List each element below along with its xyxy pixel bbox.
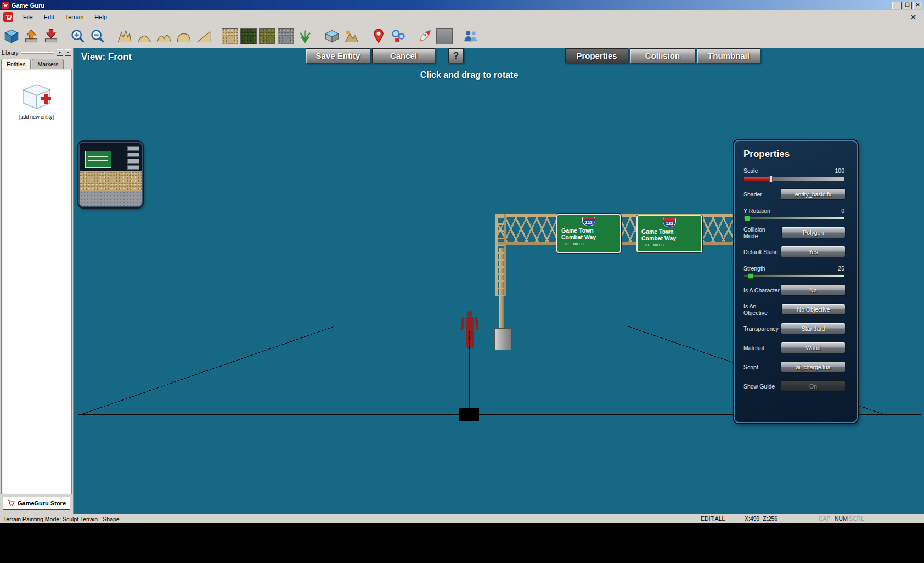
toolbar-marker-button[interactable]	[370, 27, 387, 45]
strength-label: Strength	[743, 265, 765, 272]
toolbar-terrain-dome-button[interactable]	[175, 27, 193, 45]
property-row-show-guide: Show Guide On	[735, 380, 857, 392]
terrain-dome-icon	[176, 29, 191, 44]
toolbar-zoom-in-button[interactable]	[69, 27, 87, 45]
scale-reference-figure	[460, 310, 480, 350]
thumbnail-gravel-texture	[80, 171, 142, 191]
app-logo-icon	[2, 2, 9, 9]
zoom-in-icon	[70, 29, 86, 44]
sign-line: Combat Way	[638, 235, 701, 241]
script-button[interactable]: ai_charge.lua	[781, 361, 846, 373]
toolbar-terrain-ramp-button[interactable]	[195, 27, 212, 45]
property-row-default-static: Default Static Yes	[735, 246, 857, 257]
library-panel: Library ▾ × Entities Markers	[0, 48, 74, 514]
shader-button[interactable]: entity_basic.fx	[781, 188, 846, 200]
toolbar-terrain-hill-button[interactable]	[136, 27, 153, 45]
entity-thumbnail-preview[interactable]	[78, 142, 143, 207]
library-shade-button[interactable]: ▾	[57, 49, 63, 56]
terrain-raise-icon	[117, 29, 132, 44]
property-row-transparency: Transparency Standard	[735, 323, 857, 334]
terrain-hill-icon	[137, 29, 152, 44]
thumbnail-sign	[85, 151, 111, 168]
show-guide-button[interactable]: On	[781, 380, 846, 392]
load-arrow-icon	[24, 29, 39, 44]
default-static-button[interactable]: Yes	[781, 246, 846, 257]
toolbar-water-button[interactable]	[323, 27, 341, 45]
entity-editor-viewport[interactable]: View: Front Click and drag to rotate Sav…	[74, 48, 924, 514]
minimize-button[interactable]: _	[892, 2, 902, 9]
transparency-button[interactable]: Standard	[781, 323, 846, 334]
property-row-script: Script ai_charge.lua	[735, 361, 857, 373]
status-scroll-indicator: SCRL	[849, 515, 864, 522]
toolbar-texture-grass-button[interactable]	[259, 28, 275, 44]
property-row-collision-mode: Collision Mode Polygon	[735, 227, 857, 238]
toolbar-vegetation-button[interactable]	[296, 27, 314, 45]
toolbar-empty-slot-button[interactable]	[436, 28, 453, 44]
rocket-icon	[418, 29, 433, 44]
close-button[interactable]: ✕	[913, 2, 922, 9]
property-row-is-an-objective: Is An Objective No Objective	[735, 303, 857, 315]
entity-orbs-icon	[391, 29, 406, 44]
is-a-character-label: Is A Character	[743, 287, 780, 294]
store-button-label: GameGuru Store	[18, 500, 66, 506]
sign-line: Combat Way	[557, 234, 620, 240]
status-coordinates: X:499 Z:256	[745, 515, 777, 522]
toolbar-texture-rock-button[interactable]	[278, 28, 294, 44]
toolbar-load-button[interactable]	[22, 27, 40, 45]
menu-terrain[interactable]: Terrain	[60, 12, 89, 22]
status-edit-mode: EDIT:ALL	[701, 515, 725, 522]
highway-sign: 123 Game Town Combat Way 10 MILES	[636, 215, 702, 252]
is-an-objective-button[interactable]: No Objective	[781, 303, 846, 315]
library-tabs: Entities Markers	[0, 57, 73, 69]
characters-icon	[463, 29, 478, 44]
menu-edit[interactable]: Edit	[38, 12, 60, 22]
new-entity-icon	[4, 29, 19, 44]
library-header: Library ▾ ×	[0, 48, 73, 57]
maximize-button[interactable]: ❐	[903, 2, 912, 9]
collision-mode-label: Collision Mode	[743, 226, 781, 239]
library-close-button[interactable]: ×	[65, 49, 71, 56]
toolbar-entity-orbs-button[interactable]	[390, 27, 407, 45]
scale-label: Scale	[743, 167, 758, 174]
library-body: [add new entity]	[1, 69, 72, 494]
collision-mode-button[interactable]: Polygon	[781, 227, 846, 238]
strength-slider[interactable]	[743, 274, 844, 277]
add-new-entity-label: [add new entity]	[19, 114, 54, 120]
gameguru-store-button[interactable]: GameGuru Store	[3, 497, 70, 510]
toolbar-save-button[interactable]	[42, 27, 60, 45]
toolbar-texture-forest-button[interactable]	[240, 28, 257, 44]
terrain-ramp-icon	[196, 29, 211, 44]
entity-origin-marker	[459, 408, 479, 421]
toolbar-zoom-out-button[interactable]	[89, 27, 106, 45]
scale-slider[interactable]	[743, 177, 844, 181]
tab-markers[interactable]: Markers	[32, 59, 64, 69]
toolbar-terrain-ridge-button[interactable]	[155, 27, 173, 45]
sign-line: 10 MILES	[557, 242, 620, 246]
menu-help[interactable]: Help	[89, 12, 112, 22]
property-row-strength: Strength 25	[735, 265, 857, 277]
toolbar-terrain-raise-button[interactable]	[116, 27, 133, 45]
property-row-shader: Shader entity_basic.fx	[735, 188, 857, 200]
material-button[interactable]: Wood	[781, 342, 846, 353]
status-num-indicator: NUM	[835, 515, 848, 522]
y-rotation-label: Y Rotation	[743, 207, 770, 214]
child-close-icon[interactable]: ✕	[906, 13, 921, 21]
toolbar-characters-button[interactable]	[462, 27, 480, 45]
sign-line: Game Town	[557, 227, 620, 234]
add-new-entity-item[interactable]: [add new entity]	[19, 82, 54, 120]
toolbar-rocket-test-button[interactable]	[416, 27, 434, 45]
tab-entities[interactable]: Entities	[1, 59, 31, 69]
is-an-objective-label: Is An Objective	[743, 303, 781, 316]
water-block-icon	[324, 29, 340, 44]
strength-value: 25	[838, 265, 844, 272]
y-rotation-slider[interactable]	[743, 217, 844, 219]
mountains-icon	[344, 29, 359, 44]
library-grip[interactable]	[21, 51, 54, 54]
toolbar-new-entity-button[interactable]	[3, 27, 20, 45]
wireframe-cube-icon	[19, 82, 54, 111]
show-guide-label: Show Guide	[743, 383, 775, 390]
toolbar-mountains-button[interactable]	[343, 27, 360, 45]
menu-file[interactable]: File	[18, 12, 38, 22]
is-a-character-button[interactable]: No	[781, 284, 846, 296]
toolbar-texture-gravel-button[interactable]	[222, 28, 238, 44]
